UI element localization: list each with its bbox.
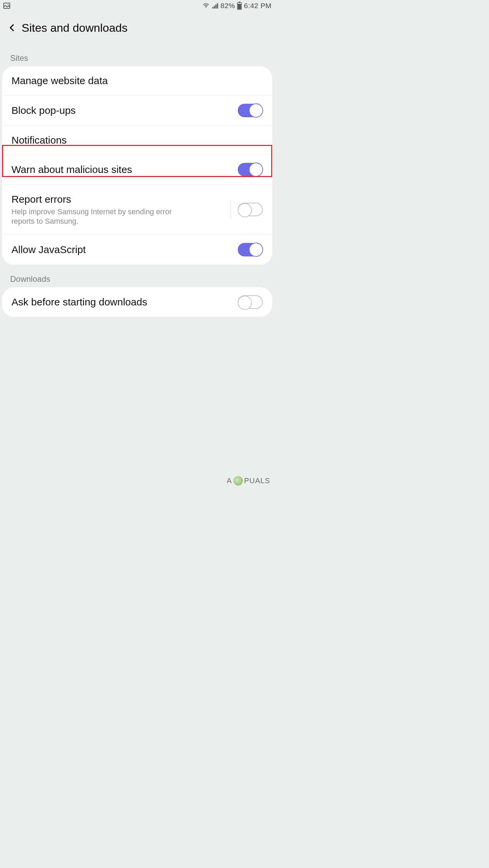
wifi-icon	[202, 2, 210, 9]
row-title: Allow JavaScript	[11, 243, 238, 256]
watermark-text-left: A	[227, 476, 232, 485]
row-title: Report errors	[11, 193, 224, 206]
toggle-ask-before-download[interactable]	[238, 295, 263, 309]
svg-point-2	[206, 7, 206, 8]
toggle-report-errors[interactable]	[238, 203, 263, 216]
row-report-errors[interactable]: Report errors Help improve Samsung Inter…	[2, 185, 272, 235]
watermark-logo-icon	[233, 476, 243, 486]
chevron-left-icon	[8, 23, 17, 32]
back-button[interactable]	[5, 20, 20, 35]
row-ask-before-download[interactable]: Ask before starting downloads	[2, 287, 272, 317]
watermark-text-right: PUALS	[244, 476, 270, 485]
page-header: Sites and downloads	[0, 11, 274, 44]
row-block-popups[interactable]: Block pop-ups	[2, 96, 272, 126]
row-notifications[interactable]: Notifications	[2, 126, 272, 155]
battery-percentage: 82%	[221, 2, 235, 10]
row-manage-website-data[interactable]: Manage website data	[2, 66, 272, 96]
section-header-sites: Sites	[0, 44, 274, 66]
row-title: Warn about malicious sites	[11, 163, 238, 176]
row-title: Ask before starting downloads	[11, 296, 238, 308]
page-title: Sites and downloads	[22, 21, 128, 34]
svg-rect-4	[214, 6, 215, 8]
svg-rect-3	[212, 7, 213, 9]
picture-icon	[3, 2, 11, 10]
toggle-warn-malicious[interactable]	[238, 163, 263, 176]
downloads-card: Ask before starting downloads	[2, 287, 272, 317]
row-title: Manage website data	[11, 74, 263, 87]
sites-card: Manage website data Block pop-ups Notifi…	[2, 66, 272, 265]
svg-rect-9	[238, 4, 241, 9]
row-title: Block pop-ups	[11, 104, 238, 117]
toggle-allow-javascript[interactable]	[238, 243, 263, 256]
signal-icon	[211, 2, 219, 9]
svg-point-1	[8, 4, 9, 5]
row-allow-javascript[interactable]: Allow JavaScript	[2, 235, 272, 265]
divider	[231, 200, 231, 219]
toggle-block-popups[interactable]	[238, 104, 263, 117]
row-warn-malicious[interactable]: Warn about malicious sites	[2, 155, 272, 185]
svg-rect-5	[215, 4, 216, 8]
row-subtitle: Help improve Samsung Internet by sending…	[11, 207, 180, 226]
svg-rect-6	[217, 3, 218, 9]
row-title: Notifications	[11, 134, 263, 147]
section-header-downloads: Downloads	[0, 265, 274, 287]
clock-time: 6:42 PM	[244, 2, 272, 10]
status-bar: 82% 6:42 PM	[0, 0, 274, 11]
battery-icon	[237, 2, 242, 10]
watermark: A PUALS	[227, 476, 270, 486]
